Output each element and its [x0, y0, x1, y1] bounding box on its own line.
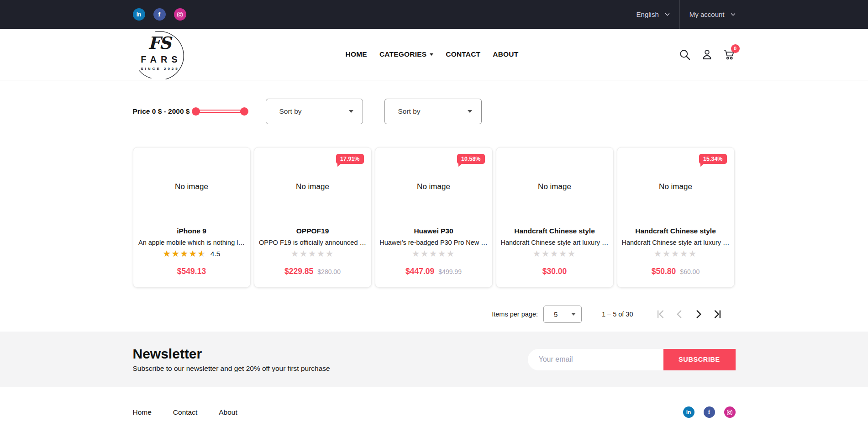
caret-down-icon: [571, 313, 576, 316]
product-card[interactable]: 15.34% No image Handcraft Chinese style …: [617, 147, 735, 288]
product-rating: ★★★★★ ★★★★★ 4.5: [133, 249, 250, 259]
search-icon[interactable]: [679, 48, 691, 61]
language-selector[interactable]: English: [637, 11, 670, 18]
rating-stars-icon: ★★★★★ ★★★★★: [533, 249, 576, 259]
product-image-placeholder: No image: [133, 182, 250, 191]
product-image-placeholder: No image: [254, 182, 371, 191]
instagram-icon[interactable]: [174, 8, 186, 21]
caret-down-icon: [349, 110, 353, 113]
product-card[interactable]: No image Handcraft Chinese style Handcra…: [496, 147, 614, 288]
footer-link-home[interactable]: Home: [133, 408, 152, 417]
product-title: Handcraft Chinese style: [617, 227, 734, 235]
facebook-icon[interactable]: f: [153, 8, 166, 21]
price-range-slider: [192, 107, 248, 116]
product-description: OPPO F19 is officially announced …: [254, 239, 371, 246]
nav-home[interactable]: HOME: [346, 50, 367, 58]
first-page-button[interactable]: [654, 308, 666, 320]
chevron-down-icon: [731, 13, 736, 16]
discount-badge: 17.91%: [336, 154, 363, 164]
sort-select-2[interactable]: Sort by: [384, 99, 482, 124]
product-description: Handcraft Chinese style art luxury …: [496, 239, 613, 246]
email-field[interactable]: [528, 349, 663, 370]
facebook-glyph: f: [158, 11, 161, 18]
language-label: English: [637, 11, 659, 18]
rating-stars-icon: ★★★★★ ★★★★★: [163, 249, 206, 259]
logo-monogram: FS: [133, 33, 186, 53]
topbar-divider: [679, 0, 680, 29]
product-title: iPhone 9: [133, 227, 250, 235]
rating-stars-icon: ★★★★★ ★★★★★: [654, 249, 697, 259]
facebook-glyph: f: [708, 409, 710, 416]
topbar: in f English My account: [0, 0, 868, 29]
brand-logo[interactable]: FS FARS SINCE 2025: [133, 29, 186, 80]
page-range-label: 1 – 5 of 30: [602, 311, 633, 318]
items-per-page-select[interactable]: 5: [543, 306, 582, 323]
product-price: $447.09$499.99: [375, 267, 492, 276]
subscribe-button[interactable]: SUBSCRIBE: [663, 349, 736, 370]
instagram-glyph: [726, 409, 733, 416]
price-slider-thumb-max[interactable]: [240, 107, 248, 116]
linkedin-icon[interactable]: in: [133, 8, 145, 21]
product-old-price: $280.00: [317, 268, 341, 275]
chevron-down-icon: [665, 13, 670, 16]
product-old-price: $60.00: [680, 268, 700, 275]
cart-count-badge: 0: [731, 44, 740, 53]
footer: Home Contact About in f: [0, 387, 868, 418]
items-per-page-value: 5: [554, 311, 558, 318]
newsletter-title: Newsletter: [133, 346, 330, 362]
cart-icon[interactable]: 0: [723, 48, 736, 61]
product-price: $549.13: [133, 267, 250, 276]
product-rating: ★★★★★ ★★★★★: [254, 249, 371, 259]
account-label: My account: [689, 11, 725, 18]
product-price: $50.80$60.00: [617, 267, 734, 276]
sort-select-1[interactable]: Sort by: [266, 99, 363, 124]
newsletter-subtitle: Subscribe to our newsletter and get 20% …: [133, 364, 330, 373]
product-card[interactable]: 10.58% No image Huawei P30 Huawei’s re-b…: [375, 147, 493, 288]
price-slider-thumb-min[interactable]: [192, 107, 200, 116]
facebook-icon[interactable]: f: [704, 406, 715, 418]
newsletter-form: SUBSCRIBE: [528, 349, 736, 370]
user-icon[interactable]: [701, 48, 713, 61]
price-range-label: Price 0 $ - 2000 $: [133, 107, 190, 116]
footer-link-contact[interactable]: Contact: [173, 408, 197, 417]
discount-badge: 10.58%: [457, 154, 484, 164]
linkedin-icon[interactable]: in: [683, 406, 694, 418]
product-rating: ★★★★★ ★★★★★: [375, 249, 492, 259]
product-rating: ★★★★★ ★★★★★: [496, 249, 613, 259]
newsletter-section: Newsletter Subscribe to our newsletter a…: [0, 332, 868, 387]
sort-select-2-value: Sort by: [398, 107, 420, 116]
sort-select-1-value: Sort by: [279, 107, 301, 116]
previous-page-button[interactable]: [673, 308, 685, 320]
linkedin-glyph: in: [137, 11, 142, 18]
product-description: Handcraft Chinese style art luxury …: [617, 239, 734, 246]
nav-about[interactable]: ABOUT: [493, 50, 518, 58]
rating-stars-icon: ★★★★★ ★★★★★: [412, 249, 455, 259]
next-page-button[interactable]: [693, 308, 705, 320]
items-per-page-label: Items per page:: [492, 311, 538, 318]
nav-contact[interactable]: CONTACT: [446, 50, 480, 58]
price-slider-track[interactable]: [196, 110, 244, 113]
nav-categories[interactable]: CATEGORIES: [379, 50, 433, 58]
filter-bar: Price 0 $ - 2000 $ Sort by Sort by: [0, 99, 868, 124]
logo-name: FARS: [133, 54, 186, 65]
caret-down-icon: [430, 53, 433, 56]
product-old-price: $499.99: [438, 268, 462, 275]
product-image-placeholder: No image: [375, 182, 492, 191]
last-page-button[interactable]: [712, 308, 724, 320]
rating-value: 4.5: [210, 250, 221, 258]
product-title: Huawei P30: [375, 227, 492, 235]
product-description: Huawei’s re-badged P30 Pro New …: [375, 239, 492, 246]
rating-stars-icon: ★★★★★ ★★★★★: [291, 249, 334, 259]
product-card[interactable]: 17.91% No image OPPOF19 OPPO F19 is offi…: [254, 147, 372, 288]
caret-down-icon: [468, 110, 472, 113]
discount-badge: 15.34%: [699, 154, 726, 164]
footer-link-about[interactable]: About: [219, 408, 237, 417]
product-description: An apple mobile which is nothing l…: [133, 239, 250, 246]
product-card[interactable]: No image iPhone 9 An apple mobile which …: [133, 147, 251, 288]
account-menu[interactable]: My account: [689, 11, 736, 18]
product-image-placeholder: No image: [496, 182, 613, 191]
logo-since: SINCE 2025: [133, 67, 186, 71]
instagram-icon[interactable]: [724, 406, 736, 418]
product-price: $30.00: [496, 267, 613, 276]
product-price: $229.85$280.00: [254, 267, 371, 276]
